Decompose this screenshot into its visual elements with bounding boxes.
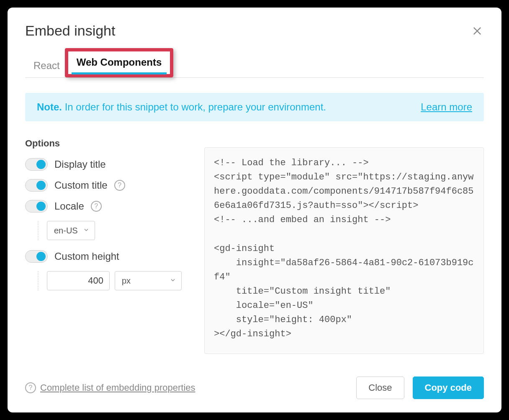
tab-react[interactable]: React bbox=[25, 55, 68, 77]
options-heading: Options bbox=[25, 138, 193, 149]
dialog-title: Embed insight bbox=[25, 23, 115, 39]
complete-list-link[interactable]: Complete list of embedding properties bbox=[40, 382, 195, 393]
height-input[interactable] bbox=[47, 271, 110, 290]
footer-left: ? Complete list of embedding properties bbox=[25, 382, 195, 393]
close-button[interactable]: Close bbox=[356, 376, 404, 399]
option-custom-title: Custom title ? bbox=[25, 179, 193, 192]
option-locale: Locale ? bbox=[25, 200, 193, 213]
option-display-title: Display title bbox=[25, 158, 193, 171]
locale-select[interactable]: en-US bbox=[47, 221, 95, 240]
footer-right: Close Copy code bbox=[356, 376, 484, 399]
embed-insight-dialog: Embed insight React Web Components Note.… bbox=[8, 8, 501, 412]
tab-highlight: Web Components bbox=[65, 48, 174, 77]
help-icon[interactable]: ? bbox=[114, 180, 125, 191]
height-unit-select[interactable]: px bbox=[115, 271, 182, 290]
label-display-title: Display title bbox=[54, 159, 106, 170]
toggle-display-title[interactable] bbox=[25, 158, 48, 171]
dialog-header: Embed insight bbox=[25, 23, 484, 39]
close-icon[interactable] bbox=[470, 24, 484, 38]
locale-select-value: en-US bbox=[54, 226, 78, 236]
learn-more-link[interactable]: Learn more bbox=[421, 101, 472, 113]
options-column: Options Display title Custom title ? Loc… bbox=[25, 138, 193, 363]
note-body: In order for this snippet to work, prepa… bbox=[62, 101, 326, 113]
content-row: Options Display title Custom title ? Loc… bbox=[25, 138, 484, 363]
toggle-custom-height[interactable] bbox=[25, 250, 48, 263]
height-unit-value: px bbox=[122, 276, 131, 286]
toggle-custom-title[interactable] bbox=[25, 179, 48, 192]
help-icon[interactable]: ? bbox=[91, 201, 102, 212]
option-custom-height: Custom height bbox=[25, 250, 193, 263]
code-pane[interactable]: <!-- Load the library... --> <script typ… bbox=[204, 147, 484, 354]
label-locale: Locale bbox=[54, 200, 84, 212]
chevron-down-icon bbox=[83, 226, 90, 236]
code-column: <!-- Load the library... --> <script typ… bbox=[204, 138, 484, 363]
label-custom-height: Custom height bbox=[54, 251, 119, 262]
note-text: Note. In order for this snippet to work,… bbox=[37, 101, 326, 113]
tabs: React Web Components bbox=[25, 51, 484, 78]
label-custom-title: Custom title bbox=[54, 179, 108, 191]
note-bold: Note. bbox=[37, 101, 62, 113]
height-subrow: px bbox=[38, 271, 193, 290]
note-banner: Note. In order for this snippet to work,… bbox=[25, 93, 484, 121]
tab-web-components[interactable]: Web Components bbox=[68, 51, 170, 74]
help-icon[interactable]: ? bbox=[25, 382, 36, 393]
toggle-locale[interactable] bbox=[25, 200, 48, 213]
chevron-down-icon bbox=[170, 276, 176, 286]
locale-subrow: en-US bbox=[38, 221, 193, 240]
copy-code-button[interactable]: Copy code bbox=[413, 376, 484, 399]
footer: ? Complete list of embedding properties … bbox=[25, 363, 484, 399]
